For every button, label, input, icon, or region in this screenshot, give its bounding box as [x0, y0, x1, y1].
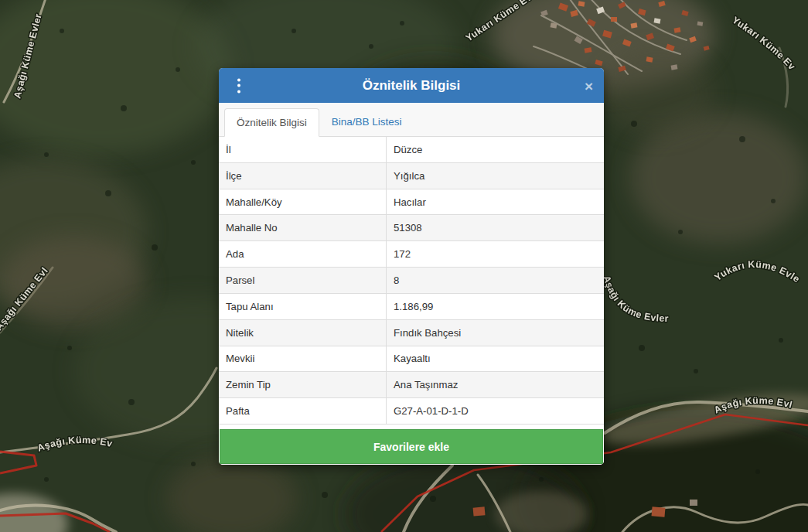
row-label: Zemin Tip	[219, 372, 387, 397]
row-value: Fındık Bahçesi	[387, 320, 604, 346]
close-icon[interactable]: ×	[585, 78, 593, 93]
tab-oznitelik-bilgisi[interactable]: Öznitelik Bilgisi	[224, 108, 319, 137]
row-label: İl	[219, 137, 387, 162]
row-value: Hacılar	[387, 189, 604, 215]
modal-footer: Favorilere ekle	[219, 425, 604, 465]
row-label: Pafta	[219, 398, 387, 424]
tab-bina-bb-listesi[interactable]: Bina/BB Listesi	[319, 107, 414, 136]
row-value: 172	[387, 241, 604, 267]
kebab-menu-icon[interactable]	[234, 75, 244, 96]
row-value: 8	[387, 268, 604, 293]
table-row-tapu-alani: Tapu Alanı 1.186,99	[219, 294, 604, 320]
row-value: Yığılca	[387, 163, 604, 189]
table-row-nitelik: Nitelik Fındık Bahçesi	[219, 320, 604, 346]
row-value: 51308	[387, 215, 604, 240]
row-label: Tapu Alanı	[219, 294, 387, 319]
table-row-pafta: Pafta G27-A-01-D-1-D	[219, 398, 604, 425]
add-to-favorites-button[interactable]: Favorilere ekle	[220, 429, 603, 464]
attribute-table: İl Düzce İlçe Yığılca Mahalle/Köy Hacıla…	[219, 137, 604, 425]
row-label: Parsel	[219, 268, 387, 293]
row-label: İlçe	[219, 163, 387, 189]
table-row-il: İl Düzce	[219, 137, 604, 163]
row-label: Mahalle No	[219, 215, 387, 240]
row-label: Mahalle/Köy	[219, 189, 387, 215]
row-value: Kayaaltı	[387, 346, 604, 372]
app-window: Aşağı Küme Evler Yukarı Küme Evler Yukar…	[0, 0, 808, 532]
table-row-mevkii: Mevkii Kayaaltı	[219, 346, 604, 373]
table-row-parsel: Parsel 8	[219, 268, 604, 294]
table-row-ilce: İlçe Yığılca	[219, 163, 604, 189]
row-label: Mevkii	[219, 346, 387, 372]
row-value: 1.186,99	[387, 294, 604, 319]
modal-header: Öznitelik Bilgisi ×	[219, 68, 604, 103]
table-row-ada: Ada 172	[219, 241, 604, 268]
row-label: Nitelik	[219, 320, 387, 346]
table-row-mahalle-koy: Mahalle/Köy Hacılar	[219, 189, 604, 216]
row-value: Ana Taşınmaz	[387, 372, 604, 397]
row-value: Düzce	[387, 137, 604, 162]
row-label: Ada	[219, 241, 387, 267]
attribute-info-modal: Öznitelik Bilgisi × Öznitelik Bilgisi Bi…	[219, 68, 604, 465]
row-value: G27-A-01-D-1-D	[387, 398, 604, 424]
modal-title: Öznitelik Bilgisi	[363, 78, 461, 94]
tab-bar: Öznitelik Bilgisi Bina/BB Listesi	[219, 103, 604, 137]
table-row-zemin-tip: Zemin Tip Ana Taşınmaz	[219, 372, 604, 398]
table-row-mahalle-no: Mahalle No 51308	[219, 215, 604, 241]
